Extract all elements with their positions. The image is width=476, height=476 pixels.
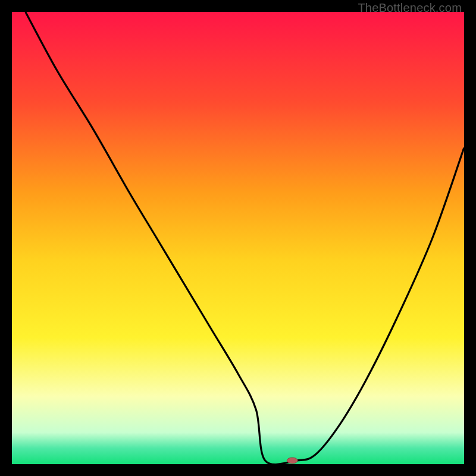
watermark-text: TheBottleneck.com [358, 1, 462, 15]
gradient-background [12, 12, 464, 464]
chart-frame [12, 12, 464, 464]
bottleneck-chart [12, 12, 464, 464]
optimum-marker [287, 458, 298, 464]
